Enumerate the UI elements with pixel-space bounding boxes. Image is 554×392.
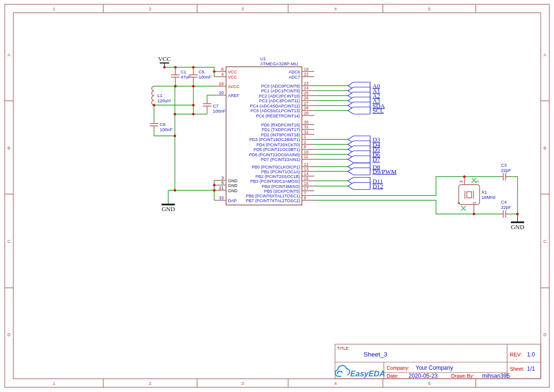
component-ref[interactable]: C4 <box>501 199 507 205</box>
pin-name: GND <box>228 178 238 183</box>
component-value[interactable]: 22pF <box>501 205 511 210</box>
component-value[interactable]: 100nF <box>199 74 211 80</box>
frame-row-label: C <box>8 239 11 244</box>
component-value[interactable]: 16MHz <box>481 195 496 200</box>
easyeda-logo: EasyEDA <box>335 365 385 378</box>
capacitor-symbol[interactable] <box>500 210 509 218</box>
junction-dot <box>192 66 194 68</box>
component-value[interactable]: 100nF <box>213 108 226 114</box>
junction-dot <box>463 175 465 178</box>
component-ref[interactable]: L1 <box>157 93 163 98</box>
pin-name: ADC7 <box>289 75 300 80</box>
pin-number: 9 <box>304 144 306 149</box>
pin-name: PB4 (PCINT4MISO) <box>262 184 300 189</box>
component-value[interactable]: 120uH <box>157 98 171 103</box>
component-ref[interactable]: C3 <box>501 162 507 168</box>
capacitor-symbol[interactable] <box>500 173 509 180</box>
date-value[interactable]: 2020-05-23 <box>409 373 438 379</box>
gnd-label[interactable]: GND <box>511 223 524 231</box>
frame-col-label: 2 <box>149 6 151 11</box>
date-label: Date: <box>387 373 399 379</box>
vcc-label[interactable]: VCC <box>158 55 171 62</box>
gnd-label[interactable]: GND <box>162 205 175 213</box>
net-label[interactable]: SCL <box>372 107 384 114</box>
inductor-symbol[interactable] <box>152 86 154 105</box>
pin-name: PB0 (PCINT0CLKOICP1) <box>252 165 300 169</box>
pin-name: GND <box>228 183 238 188</box>
pin-name: VCC <box>228 70 237 74</box>
company-label: Company: <box>387 365 409 371</box>
pin-number: 30 <box>304 120 309 125</box>
capacitor-symbol[interactable] <box>203 100 211 110</box>
sheet-title[interactable]: Sheet_3 <box>363 351 387 358</box>
easyeda-logo-text: EasyEDA <box>350 369 385 378</box>
pin-name: PD7 (PCINT23AIN1) <box>261 157 300 162</box>
component-ref[interactable]: C8 <box>160 122 165 127</box>
easyeda-logo-icon <box>335 365 349 376</box>
pin-number: 13 <box>304 167 309 171</box>
pin-name: PB6 (PCINT6XTAL1TOSC1) <box>246 194 300 198</box>
component-value[interactable]: 22pF <box>501 168 511 173</box>
vcc-power-flag[interactable]: VCC <box>158 55 171 67</box>
frame-row-label: B <box>8 145 10 151</box>
component-ref[interactable]: C5 <box>199 69 204 74</box>
capacitor-c4[interactable]: C4 22pF <box>500 199 511 218</box>
pin-number: 28 <box>304 106 309 110</box>
gnd-power-flag-right[interactable]: GND <box>511 214 524 231</box>
port-flag[interactable] <box>348 107 370 114</box>
capacitor-c8[interactable]: C8 100nF <box>150 120 173 132</box>
pin-name: PC6 (RESETPCINT14) <box>256 114 300 118</box>
pin-name: PC5 (ADC5SCLPCINT13) <box>250 108 300 113</box>
capacitor-symbol[interactable] <box>171 70 180 82</box>
company-value[interactable]: Your Company <box>416 365 453 371</box>
schematic-canvas[interactable]: 1 2 3 4 5 1 2 3 4 5 A B C D A B C D VCC … <box>0 0 554 392</box>
port-flag[interactable] <box>348 183 370 190</box>
inductor-l1[interactable]: L1 120uH <box>152 86 171 105</box>
pin-name: PC0 (ADC0PCINT8) <box>261 84 300 89</box>
component-ref[interactable]: C1 <box>181 69 186 74</box>
sheet-number[interactable]: 1/1 <box>527 365 535 372</box>
net-label[interactable]: D12 <box>372 183 383 190</box>
ic-part-number[interactable]: ATMEGA328P-MU <box>260 61 298 66</box>
frame-col-label: 4 <box>334 6 336 11</box>
frame-col-label: 3 <box>241 381 244 386</box>
title-label: TITLE: <box>337 346 350 351</box>
pin-number: 12 <box>304 162 309 167</box>
pin-number: 32 <box>304 130 309 134</box>
pin-name: PB2 (PCINT2SSOC1B) <box>255 174 300 179</box>
schematic-page: 1 2 3 4 5 1 2 3 4 5 A B C D A B C D VCC … <box>0 0 554 392</box>
junction-dot <box>153 104 155 106</box>
sheet-label: Sheet: <box>510 366 524 372</box>
net-label[interactable]: D7 <box>372 156 380 163</box>
junction-dot <box>213 70 215 72</box>
capacitor-symbol[interactable] <box>150 120 158 130</box>
junction-dot <box>516 213 518 215</box>
capacitor-c1[interactable]: C1 47uF <box>171 69 191 82</box>
pin-number: 5 <box>221 180 224 185</box>
component-ref[interactable]: C7 <box>213 103 218 108</box>
component-ref[interactable]: X1 <box>481 189 487 195</box>
pin-number: 1 <box>304 134 306 139</box>
component-value[interactable]: 100nF <box>160 127 173 132</box>
capacitor-c3[interactable]: C3 22pF <box>500 162 511 180</box>
pin-number: 20 <box>219 90 224 95</box>
pin-name: GND <box>228 188 238 193</box>
gnd-power-flag-left[interactable]: GND <box>162 205 175 213</box>
net-label[interactable]: D9/PWM <box>372 168 397 175</box>
junction-dot <box>173 113 176 115</box>
junction-dot <box>213 189 215 191</box>
ic-u1[interactable]: U1 ATMEGA328P-MU 6VCC4VCC18AVCC20AREF3GN… <box>214 56 397 205</box>
pin-number: 8 <box>304 196 306 200</box>
pin-name: PB5 (SCKPCINT5) <box>264 189 300 194</box>
drawn-by-value[interactable]: mihsan395 <box>482 373 510 379</box>
capacitor-c7[interactable]: C7 100nF <box>203 100 226 114</box>
crystal-x1[interactable]: 3 2 4 1 X1 16MHz <box>456 177 496 214</box>
pin-name: PC3 (ADC3PCINT11) <box>259 98 300 103</box>
capacitor-c5[interactable]: C5 100nF <box>189 69 211 82</box>
rev-value[interactable]: 1.0 <box>527 351 535 358</box>
pin-name: DAP <box>228 198 237 203</box>
ic-ref[interactable]: U1 <box>260 56 266 61</box>
port-flag[interactable] <box>348 156 370 163</box>
pin-number: 17 <box>304 186 309 191</box>
frame-row-label: B <box>544 145 546 151</box>
